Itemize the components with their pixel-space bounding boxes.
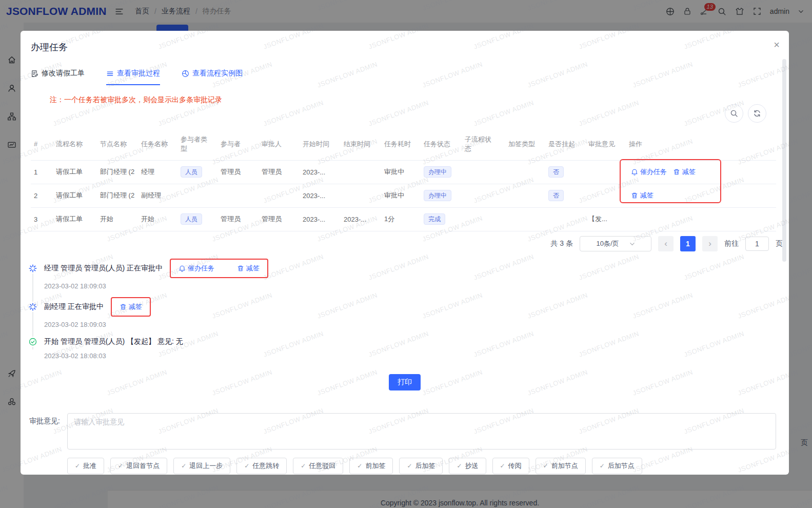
table-cell: 2 bbox=[31, 184, 53, 207]
search-button[interactable] bbox=[725, 104, 743, 123]
column-header: 是否挂起 bbox=[545, 128, 585, 160]
action-label: 批准 bbox=[83, 461, 96, 471]
table-cell: 【发... bbox=[585, 207, 626, 231]
cell-text: 部门经理 (2 bbox=[100, 167, 135, 177]
check-icon: ✓ bbox=[118, 462, 123, 470]
timeline-item: 开始 管理员 管理员(人员) 【发起】 意见: 无2023-03-02 18:0… bbox=[29, 336, 398, 360]
action-label: 传阅 bbox=[508, 461, 522, 471]
trash-icon bbox=[631, 192, 638, 199]
column-header-label: 子流程状态 bbox=[465, 135, 493, 153]
prev-page-button[interactable]: ‹ bbox=[658, 236, 674, 251]
tab-process-diagram[interactable]: 查看流程实例图 bbox=[182, 69, 243, 85]
modal-scrollbar[interactable] bbox=[782, 59, 786, 262]
check-icon: ✓ bbox=[301, 462, 306, 470]
column-header-label: 参与者 bbox=[221, 140, 241, 148]
timeline-text: 经理 管理员 管理员(人员) 正在审批中 bbox=[44, 264, 163, 273]
table-cell: 管理员 bbox=[217, 207, 259, 231]
action-button[interactable]: ✓抄送 bbox=[449, 458, 486, 474]
goto-label: 前往 bbox=[724, 239, 739, 248]
table-cell: 管理员 bbox=[217, 160, 259, 184]
action-button[interactable]: ✓后加节点 bbox=[592, 458, 642, 474]
tab-approval-process[interactable]: 查看审批过程 bbox=[106, 69, 160, 85]
reduce-sign-link[interactable]: 减签 bbox=[237, 264, 260, 273]
action-label: 抄送 bbox=[465, 461, 479, 471]
column-header: 流程名称 bbox=[53, 128, 97, 160]
timeline-item-head: 副经理 正在审批中减签 bbox=[29, 297, 398, 317]
column-header-label: 节点名称 bbox=[100, 140, 127, 148]
print-button[interactable]: 打印 bbox=[389, 374, 421, 390]
action-button[interactable]: ✓后加签 bbox=[399, 458, 443, 474]
action-label: 前加签 bbox=[365, 461, 385, 471]
page-size-select[interactable]: 10条/页 bbox=[580, 236, 651, 251]
table-cell: 请假工单 bbox=[53, 160, 97, 184]
table-cell: 2023-... bbox=[300, 160, 341, 184]
action-button[interactable]: ✓退回上一步 bbox=[173, 458, 230, 474]
cell-text: 管理员 bbox=[221, 167, 255, 177]
action-button[interactable]: ✓批准 bbox=[67, 458, 104, 474]
table-cell: 开始 bbox=[97, 207, 138, 231]
table-cell bbox=[462, 160, 505, 184]
action-button[interactable]: ✓退回首节点 bbox=[110, 458, 167, 474]
timeline-text: 副经理 正在审批中 bbox=[44, 302, 104, 311]
action-button[interactable]: ✓任意驳回 bbox=[293, 458, 343, 474]
status-tag: 办理中 bbox=[424, 190, 451, 201]
column-header-label: 是否挂起 bbox=[548, 140, 575, 148]
table-cell: 人员 bbox=[177, 207, 217, 231]
table-cell bbox=[505, 160, 545, 184]
table-cell bbox=[177, 184, 217, 207]
task-modal: 办理任务 × 修改请假工单查看审批过程查看流程实例图 注：一个任务若被审批多次，… bbox=[21, 31, 789, 475]
action-button[interactable]: ✓传阅 bbox=[492, 458, 529, 474]
link-label: 催办任务 bbox=[188, 264, 214, 273]
trash-icon bbox=[120, 303, 127, 310]
chevron-down-icon bbox=[629, 241, 635, 247]
approval-table-wrap: #流程名称节点名称任务名称参与者类型参与者审批人开始时间结束时间任务耗时任务状态… bbox=[31, 128, 776, 231]
column-header-label: 任务状态 bbox=[424, 140, 450, 148]
reduce-sign-link[interactable]: 减签 bbox=[631, 191, 653, 200]
action-button[interactable]: ✓前加签 bbox=[349, 458, 393, 474]
action-button[interactable]: ✓任意跳转 bbox=[236, 458, 287, 474]
check-icon: ✓ bbox=[75, 462, 80, 470]
table-cell: 部门经理 (2 bbox=[97, 160, 138, 184]
cell-text: 2023-... bbox=[344, 216, 378, 223]
cell-text: 请假工单 bbox=[56, 214, 94, 224]
cell-text: 管理员 bbox=[221, 214, 255, 224]
cell-text: 请假工单 bbox=[56, 191, 94, 200]
table-cell bbox=[217, 184, 259, 207]
next-page-button[interactable]: › bbox=[702, 236, 718, 251]
current-page[interactable]: 1 bbox=[680, 236, 696, 251]
table-cell: 否 bbox=[545, 184, 585, 207]
tab-edit-leave-form[interactable]: 修改请假工单 bbox=[31, 69, 85, 85]
column-header: 任务耗时 bbox=[381, 128, 421, 160]
close-icon[interactable]: × bbox=[774, 39, 780, 51]
link-label: 减签 bbox=[129, 302, 142, 311]
action-button[interactable]: ✓前加节点 bbox=[536, 458, 586, 474]
status-tag: 否 bbox=[548, 166, 564, 178]
urge-task-link[interactable]: 催办任务 bbox=[631, 167, 667, 177]
table-cell bbox=[259, 184, 300, 207]
loading-icon bbox=[29, 263, 37, 273]
timeline-timestamp: 2023-03-02 18:09:03 bbox=[29, 321, 398, 328]
action-label: 任意驳回 bbox=[309, 461, 335, 471]
goto-page-input[interactable] bbox=[745, 237, 769, 251]
table-cell bbox=[545, 207, 585, 231]
table-cell: 2023-... bbox=[300, 184, 341, 207]
loading-icon bbox=[29, 302, 37, 312]
cell-text: 管理员 bbox=[262, 214, 296, 224]
table-cell: 副经理 bbox=[138, 184, 177, 207]
action-label: 后加节点 bbox=[608, 461, 635, 471]
table-cell bbox=[505, 207, 545, 231]
reduce-sign-link[interactable]: 减签 bbox=[120, 302, 142, 311]
cell-text: 审批中 bbox=[384, 191, 418, 200]
action-buttons: ✓批准✓退回首节点✓退回上一步✓任意跳转✓任意驳回✓前加签✓后加签✓抄送✓传阅✓… bbox=[67, 458, 642, 474]
column-header: 参与者类型 bbox=[177, 128, 217, 160]
column-header: 节点名称 bbox=[97, 128, 138, 160]
opinion-textarea[interactable] bbox=[67, 413, 776, 450]
opinion-label: 审批意见: bbox=[29, 417, 60, 426]
urge-task-link[interactable]: 催办任务 bbox=[179, 264, 214, 273]
check-icon: ✓ bbox=[500, 462, 505, 470]
column-header: 操作 bbox=[626, 128, 776, 160]
table-row: 3请假工单开始开始人员管理员管理员2023-...2023-...1分完成【发.… bbox=[31, 207, 776, 231]
status-tag: 人员 bbox=[181, 166, 202, 178]
refresh-button[interactable] bbox=[748, 104, 766, 123]
reduce-sign-link[interactable]: 减签 bbox=[673, 167, 696, 177]
